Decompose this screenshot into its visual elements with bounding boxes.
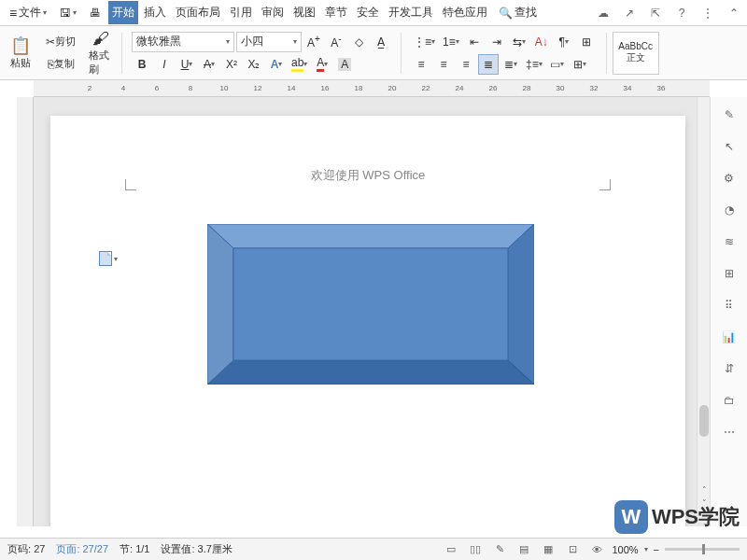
resource-panel-button[interactable]: 🗀: [719, 390, 740, 411]
scrollbar-thumb[interactable]: [699, 405, 709, 437]
zoom-value[interactable]: 100%: [612, 544, 638, 555]
scroll-up-button[interactable]: ˄: [698, 483, 711, 497]
tab-special-apps[interactable]: 特色应用: [439, 1, 491, 24]
filter-panel-button[interactable]: ⇵: [719, 358, 740, 379]
cut-button[interactable]: ✂ 剪切: [43, 32, 78, 52]
align-center-button[interactable]: ≡: [433, 54, 454, 75]
view-focus-button[interactable]: ⊡: [563, 540, 582, 559]
line-spacing-button[interactable]: ‡≡▾: [523, 54, 545, 75]
print-button[interactable]: 🖶: [84, 4, 106, 22]
zoom-out-button[interactable]: −: [654, 544, 659, 555]
subscript-button[interactable]: X₂: [244, 54, 264, 75]
change-case-button[interactable]: A̲: [371, 32, 391, 52]
tab-insert[interactable]: 插入: [140, 1, 170, 24]
tab-references[interactable]: 引用: [226, 1, 256, 24]
highlight-button[interactable]: ab▾: [289, 54, 310, 75]
char-shading-button[interactable]: A: [334, 54, 355, 75]
layout-options-tag[interactable]: ▾: [99, 251, 118, 266]
settings-panel-button[interactable]: ⚙: [719, 168, 740, 189]
view-web-button[interactable]: ▦: [539, 540, 557, 559]
chart-panel-button[interactable]: 📊: [719, 327, 740, 347]
borders-button[interactable]: ⊞: [576, 32, 597, 52]
bullets-button[interactable]: ⋮≡▾: [411, 32, 438, 52]
collapse-ribbon-button[interactable]: ⌃: [725, 4, 743, 22]
bold-button[interactable]: B: [132, 54, 152, 75]
bold-icon: B: [138, 58, 147, 71]
cut-label: 剪切: [55, 35, 76, 49]
underline-button[interactable]: U▾: [176, 54, 197, 75]
font-color-icon: A: [317, 56, 324, 72]
italic-button[interactable]: I: [154, 54, 175, 75]
tab-view[interactable]: 视图: [289, 1, 319, 24]
sort-button[interactable]: A↓: [531, 32, 552, 52]
justify-button[interactable]: ≣: [478, 54, 499, 75]
copy-button[interactable]: ⎘ 复制: [43, 54, 78, 75]
document-area[interactable]: 欢迎使用 WPS Office ▾: [34, 97, 710, 526]
tab-security[interactable]: 安全: [353, 1, 383, 24]
font-family-select[interactable]: 微软雅黑▾: [132, 32, 234, 52]
tab-dev-tools[interactable]: 开发工具: [385, 1, 437, 24]
select-panel-button[interactable]: ↖: [719, 136, 740, 157]
filter-icon: ⇵: [725, 362, 734, 375]
app-menu-button[interactable]: ≡ 文件 ▾: [4, 2, 52, 23]
decrease-font-button[interactable]: A-: [326, 32, 346, 52]
cloud-sync-button[interactable]: ☁: [594, 4, 613, 22]
distribute-button[interactable]: ≣▾: [500, 54, 521, 75]
decrease-indent-button[interactable]: ⇤: [464, 32, 485, 52]
horizontal-ruler[interactable]: 24681012141618202224262830323436: [34, 80, 710, 97]
superscript-icon: X²: [226, 58, 237, 71]
table-panel-button[interactable]: ⊞: [719, 263, 740, 284]
tab-page-layout[interactable]: 页面布局: [172, 1, 224, 24]
help-button[interactable]: ?: [672, 4, 691, 22]
paste-button[interactable]: 📋 粘贴: [6, 33, 35, 74]
resource-icon: 🗀: [724, 394, 735, 407]
save-button[interactable]: 🖫▾: [54, 4, 82, 22]
increase-font-button[interactable]: A+: [303, 32, 324, 52]
gear-icon: ⚙: [724, 172, 734, 185]
font-size-select[interactable]: 小四▾: [236, 32, 302, 52]
edit-panel-button[interactable]: ✎: [719, 105, 740, 125]
shading-button[interactable]: ▭▾: [547, 54, 568, 75]
export-button[interactable]: ⇱: [646, 4, 665, 22]
more-panel-button[interactable]: ⋯: [719, 422, 740, 442]
zoom-slider[interactable]: [665, 548, 740, 551]
layers-icon: ≋: [725, 235, 734, 248]
dots-icon: ⋯: [724, 426, 735, 439]
align-left-button[interactable]: ≡: [411, 54, 431, 75]
font-color-button[interactable]: A▾: [312, 54, 332, 75]
align-center-icon: ≡: [440, 58, 446, 71]
line-spacing-icon: ‡≡: [526, 58, 539, 71]
view-eye-button[interactable]: 👁: [587, 540, 606, 559]
text-effects-button[interactable]: A▾: [266, 54, 287, 75]
document-icon: [99, 251, 112, 266]
view-reading-button[interactable]: ✎: [490, 540, 509, 559]
vertical-scrollbar[interactable]: ˄ ˅: [697, 97, 710, 523]
show-marks-button[interactable]: ¶▾: [554, 32, 574, 52]
tab-section[interactable]: 章节: [321, 1, 351, 24]
search-button[interactable]: 🔍 查找: [493, 2, 543, 23]
tab-settings-button[interactable]: ⇆▾: [509, 32, 529, 52]
layers-panel-button[interactable]: ≋: [719, 231, 740, 252]
vertical-ruler[interactable]: [17, 97, 34, 526]
view-print-button[interactable]: ▤: [514, 540, 533, 559]
clear-format-button[interactable]: ◇: [348, 32, 369, 52]
view-outline-button[interactable]: ▭: [442, 540, 460, 559]
increase-indent-button[interactable]: ⇥: [486, 32, 507, 52]
strike-icon: A: [204, 58, 211, 71]
border-style-button[interactable]: ⊞▾: [570, 54, 590, 75]
bevel-shape[interactable]: [207, 224, 534, 385]
tab-review[interactable]: 审阅: [258, 1, 288, 24]
superscript-button[interactable]: X²: [221, 54, 242, 75]
view-book-button[interactable]: ▯▯: [466, 540, 485, 559]
apps-panel-button[interactable]: ⠿: [719, 295, 740, 315]
numbering-button[interactable]: 1≡▾: [440, 32, 462, 52]
chevron-down-icon: ▾: [514, 60, 517, 68]
share-button[interactable]: ↗: [620, 4, 639, 22]
style-preview[interactable]: AaBbCc 正文: [613, 32, 659, 75]
shape-panel-button[interactable]: ◔: [719, 200, 740, 220]
more-button[interactable]: ⋮: [698, 4, 717, 22]
format-painter-button[interactable]: 🖌 格式刷: [86, 33, 116, 74]
tab-home[interactable]: 开始: [108, 1, 138, 24]
strikethrough-button[interactable]: A▾: [199, 54, 219, 75]
align-right-button[interactable]: ≡: [456, 54, 476, 75]
